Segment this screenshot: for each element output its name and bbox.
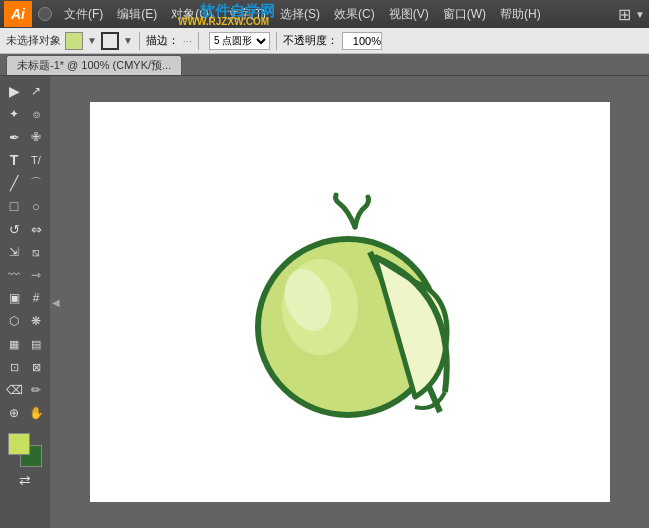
app-logo: Ai	[4, 1, 32, 27]
mesh-tool[interactable]: #	[25, 287, 47, 309]
tool-row-10: ▣ #	[3, 287, 47, 309]
watermark-line2: WWW.RJZXW.COM	[178, 16, 269, 27]
menu-select[interactable]: 选择(S)	[274, 4, 326, 25]
document-tab[interactable]: 未标题-1* @ 100% (CMYK/预...	[6, 55, 182, 75]
tool-row-8: ⇲ ⧅	[3, 241, 47, 263]
rotate-tool[interactable]: ↺	[3, 218, 25, 240]
grid-icon[interactable]: ⊞	[618, 5, 631, 24]
direct-selection-tool[interactable]: ↗	[25, 80, 47, 102]
menu-edit[interactable]: 编辑(E)	[111, 4, 163, 25]
menu-bar: 文件(F) 编辑(E) 对象(O) 文字(T) 选择(S) 效果(C) 视图(V…	[58, 4, 547, 25]
swap-colors-btn[interactable]: ⇄	[19, 472, 31, 488]
title-bar-right: ⊞ ▼	[618, 5, 645, 24]
type-tool[interactable]: T	[3, 149, 25, 171]
arc-tool[interactable]: ⌒	[25, 172, 47, 194]
eraser-tool[interactable]: ⌫	[3, 379, 25, 401]
shear-tool[interactable]: ⧅	[25, 241, 47, 263]
magic-wand-tool[interactable]: ✦	[3, 103, 25, 125]
reflect-tool[interactable]: ⇔	[25, 218, 47, 240]
tool-row-3: ✒ ✙	[3, 126, 47, 148]
tool-row-7: ↺ ⇔	[3, 218, 47, 240]
menu-effect[interactable]: 效果(C)	[328, 4, 381, 25]
left-edge-indicator: ◀	[50, 297, 61, 308]
width-tool[interactable]: ⇾	[25, 264, 47, 286]
menu-file[interactable]: 文件(F)	[58, 4, 109, 25]
ellipse-tool[interactable]: ○	[25, 195, 47, 217]
tool-row-11: ⬡ ❋	[3, 310, 47, 332]
graph-tool[interactable]: ▦	[3, 333, 25, 355]
options-bar: 未选择对象 ▼ ▼ 描边： ··· 5 点圆形 不透明度：	[0, 28, 649, 54]
artboard-tool[interactable]: ⊡	[3, 356, 25, 378]
add-anchor-tool[interactable]: ✙	[25, 126, 47, 148]
main-area: ▶ ↗ ✦ ⌾ ✒ ✙ T T/ ╱ ⌒ □ ○ ↺ ⇔ ⇲ ⧅	[0, 76, 649, 528]
tool-row-6: □ ○	[3, 195, 47, 217]
stroke-dropdown-icon[interactable]: ▼	[123, 35, 133, 46]
separator-3	[276, 32, 277, 50]
separator-2	[198, 32, 199, 50]
color-swatch-area	[6, 431, 44, 469]
stroke-label: 描边：	[146, 33, 179, 48]
dropdown-arrow-icon[interactable]: ▼	[635, 9, 645, 20]
separator-1	[139, 32, 140, 50]
column-graph-tool[interactable]: ▤	[25, 333, 47, 355]
line-tool[interactable]: ╱	[3, 172, 25, 194]
slice-tool[interactable]: ⊠	[25, 356, 47, 378]
pencil-tool[interactable]: ✏	[25, 379, 47, 401]
canvas-document	[90, 102, 610, 502]
tab-bar: 未标题-1* @ 100% (CMYK/预...	[0, 54, 649, 76]
tool-row-9: 〰 ⇾	[3, 264, 47, 286]
melon-illustration	[200, 152, 500, 452]
menu-help[interactable]: 帮助(H)	[494, 4, 547, 25]
gradient-tool[interactable]: ▣	[3, 287, 25, 309]
menu-window[interactable]: 窗口(W)	[437, 4, 492, 25]
warp-tool[interactable]: 〰	[3, 264, 25, 286]
lasso-tool[interactable]: ⌾	[25, 103, 47, 125]
obj-label: 未选择对象	[6, 33, 61, 48]
scale-tool[interactable]: ⇲	[3, 241, 25, 263]
fill-dropdown-icon[interactable]: ▼	[87, 35, 97, 46]
stroke-ellipsis: ···	[183, 35, 192, 47]
tool-row-4: T T/	[3, 149, 47, 171]
menu-view[interactable]: 视图(V)	[383, 4, 435, 25]
tool-row-1: ▶ ↗	[3, 80, 47, 102]
zoom-tool[interactable]: ⊕	[3, 402, 25, 424]
opacity-label: 不透明度：	[283, 33, 338, 48]
size-select[interactable]: 5 点圆形	[209, 32, 270, 50]
app-icon	[38, 7, 52, 21]
tool-row-14: ⌫ ✏	[3, 379, 47, 401]
blend-tool[interactable]: ⬡	[3, 310, 25, 332]
rect-tool[interactable]: □	[3, 195, 25, 217]
tool-row-12: ▦ ▤	[3, 333, 47, 355]
tool-row-15: ⊕ ✋	[3, 402, 47, 424]
title-bar: Ai 文件(F) 编辑(E) 对象(O) 文字(T) 选择(S) 效果(C) 视…	[0, 0, 649, 28]
tool-row-5: ╱ ⌒	[3, 172, 47, 194]
tool-row-13: ⊡ ⊠	[3, 356, 47, 378]
fg-color-swatch[interactable]	[8, 433, 30, 455]
tool-row-2: ✦ ⌾	[3, 103, 47, 125]
area-type-tool[interactable]: T/	[25, 149, 47, 171]
stroke-box[interactable]	[101, 32, 119, 50]
canvas-area: ◀	[50, 76, 649, 528]
melon-svg	[200, 152, 500, 452]
toolbar: ▶ ↗ ✦ ⌾ ✒ ✙ T T/ ╱ ⌒ □ ○ ↺ ⇔ ⇲ ⧅	[0, 76, 50, 528]
pen-tool[interactable]: ✒	[3, 126, 25, 148]
symbol-tool[interactable]: ❋	[25, 310, 47, 332]
fill-color-swatch[interactable]	[65, 32, 83, 50]
selection-tool[interactable]: ▶	[3, 80, 25, 102]
hand-tool[interactable]: ✋	[25, 402, 47, 424]
opacity-input[interactable]	[342, 32, 382, 50]
